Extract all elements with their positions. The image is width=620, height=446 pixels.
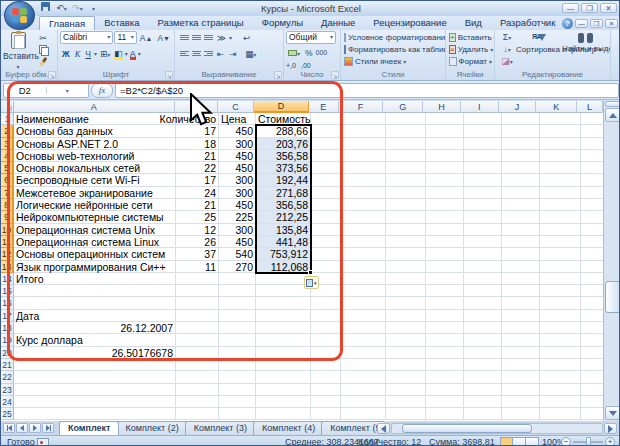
cell-G4[interactable] [386,150,426,162]
cell-F16[interactable] [341,297,386,309]
cell-F18[interactable] [341,322,386,334]
cell-E25[interactable] [311,408,341,420]
last-sheet-button[interactable] [42,423,54,433]
cell-C16[interactable] [219,297,256,309]
vertical-scroll-thumb[interactable] [605,281,620,313]
sheet-tab-Комплект (3)[interactable]: Комплект (3) [185,421,256,435]
cell-D16[interactable] [256,297,311,309]
cell-C17[interactable] [219,310,256,322]
cell-J7[interactable] [502,187,540,199]
cell-L19[interactable] [581,334,603,346]
scroll-left-icon[interactable] [377,423,390,434]
cell-G23[interactable] [386,384,426,396]
horizontal-scroll-thumb[interactable] [402,424,532,433]
cell-C18[interactable] [219,322,256,334]
tab-Формулы[interactable]: Формулы [253,16,312,30]
cell-I21[interactable] [464,359,502,371]
number-format-select[interactable]: Общий▾ [286,31,336,44]
cells-item-2[interactable]: ×Удалить▾ [449,43,492,55]
cell-A11[interactable]: Операционная система Linux [14,236,176,248]
cell-E12[interactable] [311,248,341,260]
cell-J10[interactable] [502,224,540,236]
normal-view-button[interactable] [500,437,513,446]
fill-color-button[interactable]: ◧ [113,49,124,59]
cell-G2[interactable] [386,125,426,137]
cell-F24[interactable] [341,396,386,408]
italic-button[interactable]: К [73,48,83,60]
cell-L13[interactable] [581,261,603,273]
cell-L6[interactable] [581,174,603,186]
cell-K1[interactable] [540,113,581,125]
cell-B16[interactable] [176,297,219,309]
cell-F6[interactable] [341,174,386,186]
cell-A16[interactable] [14,297,176,309]
cell-H10[interactable] [426,224,464,236]
autosum-button[interactable]: Σ▾ [498,32,516,43]
cell-H16[interactable] [426,297,464,309]
cell-J8[interactable] [502,199,540,211]
number-dialog-launcher-icon[interactable]: ↘ [331,71,339,79]
cell-K10[interactable] [540,224,581,236]
cell-G6[interactable] [386,174,426,186]
formula-input[interactable]: =B2*C2/$A$20 [115,83,619,98]
cell-D12[interactable]: 753,912 [256,248,311,260]
column-header-I[interactable]: I [461,101,499,113]
cell-H24[interactable] [426,396,464,408]
cell-H23[interactable] [426,384,464,396]
cell-A22[interactable] [14,371,176,383]
cell-B10[interactable]: 12 [176,224,219,236]
row-header-20[interactable]: 20 [1,347,14,359]
cell-K5[interactable] [540,162,581,174]
cell-I14[interactable] [464,273,502,285]
cell-C22[interactable] [219,371,256,383]
cell-H22[interactable] [426,371,464,383]
font-name-select[interactable]: Calibri▾ [60,31,113,44]
cell-K20[interactable] [540,347,581,359]
cell-H14[interactable] [426,273,464,285]
cell-C8[interactable]: 450 [219,199,256,211]
cell-C5[interactable]: 450 [219,162,256,174]
cell-B13[interactable]: 11 [176,261,219,273]
sheet-tab-Комплект[interactable]: Комплект [59,421,119,435]
row-header-14[interactable]: 14 [1,273,14,285]
cell-K22[interactable] [540,371,581,383]
cell-C24[interactable] [219,396,256,408]
cell-A23[interactable] [14,384,176,396]
cell-C15[interactable] [219,285,256,297]
vertical-scrollbar[interactable] [603,101,620,421]
row-header-4[interactable]: 4 [1,150,14,162]
font-dialog-launcher-icon[interactable]: ↘ [165,71,173,79]
macro-record-icon[interactable] [37,438,49,446]
cell-I12[interactable] [464,248,502,260]
cell-K19[interactable] [540,334,581,346]
cell-A25[interactable] [14,408,176,420]
cell-L14[interactable] [581,273,603,285]
cell-H18[interactable] [426,322,464,334]
cell-I6[interactable] [464,174,502,186]
tab-Данные[interactable]: Данные [312,16,364,30]
percent-style-button[interactable]: % [303,47,315,59]
cell-E22[interactable] [311,371,341,383]
cell-K16[interactable] [540,297,581,309]
cell-E10[interactable] [311,224,341,236]
cell-A12[interactable]: Основы операционных систем [14,248,176,260]
cell-F22[interactable] [341,371,386,383]
cell-H3[interactable] [426,138,464,150]
cell-D23[interactable] [256,384,311,396]
cell-I15[interactable] [464,285,502,297]
cell-D7[interactable]: 271,68 [256,187,311,199]
cell-G21[interactable] [386,359,426,371]
cell-B3[interactable]: 18 [176,138,219,150]
scroll-up-icon[interactable] [605,108,620,122]
cell-C21[interactable] [219,359,256,371]
cell-K24[interactable] [540,396,581,408]
cell-A19[interactable]: Курс доллара [14,334,176,346]
cell-F19[interactable] [341,334,386,346]
cell-A1[interactable]: Наименование [14,113,176,125]
cell-L5[interactable] [581,162,603,174]
cell-C13[interactable]: 270 [219,261,256,273]
row-header-23[interactable]: 23 [1,384,14,396]
format-painter-button[interactable] [33,57,53,68]
cell-B1[interactable]: Количество [176,113,219,125]
cell-D3[interactable]: 203,76 [256,138,311,150]
